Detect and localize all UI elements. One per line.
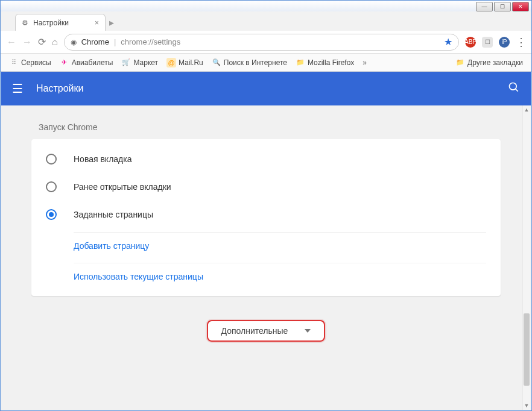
- bookmark-label: Маркет: [133, 58, 158, 67]
- window-titlebar: — ☐ ✕: [1, 1, 531, 11]
- minimize-button[interactable]: —: [476, 2, 493, 11]
- radio-icon: [46, 181, 57, 192]
- bookmark-search[interactable]: 🔍Поиск в Интернете: [209, 57, 290, 69]
- advanced-button[interactable]: Дополнительные: [207, 320, 326, 342]
- content-area: ☰ Настройки Запуск Chrome Новая вкладка …: [1, 72, 531, 410]
- reload-button[interactable]: ⟳: [38, 36, 46, 48]
- maximize-button[interactable]: ☐: [494, 2, 511, 11]
- section-title-onstartup: Запуск Chrome: [39, 122, 501, 132]
- bookmark-label: Поиск в Интернете: [224, 58, 287, 67]
- use-current-pages-link[interactable]: Использовать текущие страницы: [31, 263, 501, 290]
- bookmark-label: Сервисы: [21, 58, 51, 67]
- tab-title: Настройки: [33, 19, 69, 27]
- radio-label: Новая вкладка: [74, 154, 132, 164]
- folder-icon: 📁: [296, 58, 305, 67]
- close-window-button[interactable]: ✕: [512, 2, 529, 11]
- advanced-wrap: Дополнительные: [31, 320, 501, 342]
- vertical-scrollbar[interactable]: ▲ ▼: [522, 105, 531, 410]
- bookmarks-bar: ⠿Сервисы ✈Авиабилеты 🛒Маркет @Mail.Ru 🔍П…: [1, 54, 531, 72]
- at-icon: @: [166, 58, 176, 67]
- new-tab-button[interactable]: ▸: [109, 17, 114, 31]
- settings-page: Запуск Chrome Новая вкладка Ранее открыт…: [1, 105, 531, 410]
- window-controls: — ☐ ✕: [476, 2, 529, 11]
- chevron-down-icon: [305, 329, 311, 333]
- plane-icon: ✈: [60, 58, 69, 67]
- other-bookmarks-button[interactable]: 📁Другие закладки: [453, 57, 525, 69]
- bookmark-label: Другие закладки: [467, 58, 523, 67]
- home-button[interactable]: ⌂: [52, 37, 58, 48]
- toolbar: ← → ⟳ ⌂ ◉ Chrome | chrome://settings ★ A…: [1, 31, 531, 54]
- window-frame: — ☐ ✕ ⚙ Настройки × ▸ ← → ⟳ ⌂ ◉ Chrome |…: [0, 0, 532, 411]
- omnibox-url: chrome://settings: [121, 37, 180, 46]
- cart-icon: 🛒: [121, 58, 131, 67]
- search-icon[interactable]: [508, 81, 520, 96]
- bookmark-market[interactable]: 🛒Маркет: [119, 57, 160, 69]
- browser-menu-button[interactable]: ⋮: [516, 36, 525, 49]
- apps-icon: ⠿: [9, 58, 19, 67]
- radio-continue[interactable]: Ранее открытые вкладки: [31, 173, 501, 201]
- omnibox-protocol: Chrome: [81, 37, 109, 46]
- bookmark-label: Mozilla Firefox: [308, 58, 354, 67]
- svg-line-1: [516, 89, 518, 91]
- bookmarks-overflow-button[interactable]: »: [363, 58, 367, 67]
- bookmark-services[interactable]: ⠿Сервисы: [7, 57, 54, 69]
- close-tab-icon[interactable]: ×: [95, 19, 99, 27]
- page-title: Настройки: [36, 83, 83, 94]
- radio-label: Ранее открытые вкладки: [74, 182, 171, 192]
- extension-ip-icon[interactable]: iP: [499, 37, 510, 48]
- extension-abp-icon[interactable]: ABP: [465, 37, 476, 48]
- folder-icon: 📁: [455, 58, 465, 67]
- radio-icon: [46, 154, 57, 165]
- site-info-icon[interactable]: ◉: [71, 38, 77, 46]
- settings-header: ☰ Настройки: [1, 72, 531, 105]
- forward-button[interactable]: →: [22, 37, 32, 48]
- back-button[interactable]: ←: [7, 37, 16, 48]
- gear-icon: ⚙: [22, 19, 28, 27]
- bookmark-star-icon[interactable]: ★: [444, 36, 452, 48]
- radio-new-tab[interactable]: Новая вкладка: [31, 145, 501, 173]
- bookmark-label: Mail.Ru: [179, 58, 203, 67]
- radio-icon: [46, 209, 57, 220]
- svg-point-0: [510, 83, 517, 90]
- scroll-thumb[interactable]: [524, 313, 530, 386]
- tab-strip: ⚙ Настройки × ▸: [1, 11, 531, 31]
- advanced-button-label: Дополнительные: [221, 326, 288, 336]
- bookmark-firefox[interactable]: 📁Mozilla Firefox: [293, 57, 356, 69]
- omnibox-separator: |: [114, 37, 116, 46]
- hamburger-menu-icon[interactable]: ☰: [12, 81, 23, 96]
- radio-specific-pages[interactable]: Заданные страницы: [31, 201, 501, 228]
- bookmark-aviatickets[interactable]: ✈Авиабилеты: [57, 57, 116, 69]
- scroll-up-icon[interactable]: ▲: [524, 107, 530, 113]
- add-page-link[interactable]: Добавить страницу: [31, 233, 501, 259]
- bookmark-label: Авиабилеты: [72, 58, 113, 67]
- bookmark-mailru[interactable]: @Mail.Ru: [164, 57, 206, 69]
- omnibox[interactable]: ◉ Chrome | chrome://settings ★: [64, 34, 459, 51]
- magnifier-icon: 🔍: [212, 58, 221, 67]
- extension-grey-icon[interactable]: ☐: [482, 37, 493, 48]
- tab-settings[interactable]: ⚙ Настройки ×: [15, 14, 106, 31]
- radio-label: Заданные страницы: [74, 210, 153, 219]
- scroll-down-icon[interactable]: ▼: [524, 403, 530, 409]
- onstartup-card: Новая вкладка Ранее открытые вкладки Зад…: [31, 139, 501, 296]
